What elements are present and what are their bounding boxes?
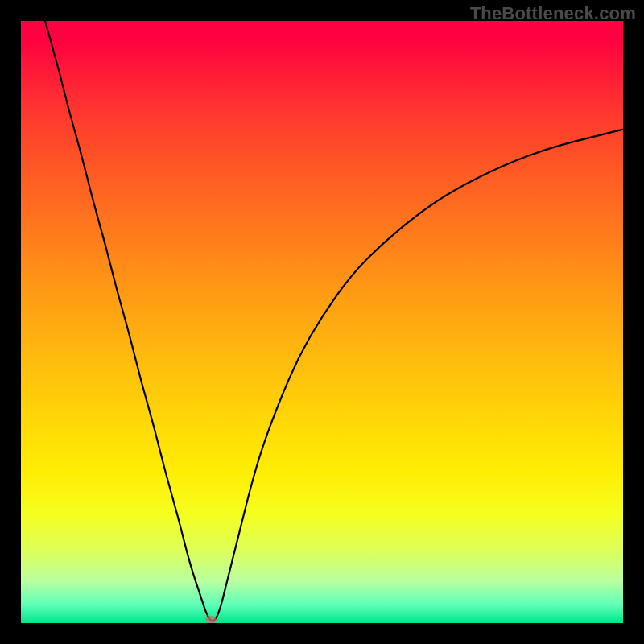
chart-frame: TheBottleneck.com — [0, 0, 644, 644]
bottleneck-curve — [21, 21, 623, 623]
optimum-marker — [205, 616, 217, 623]
watermark-text: TheBottleneck.com — [470, 3, 636, 24]
curve-path — [45, 21, 623, 621]
plot-area — [21, 21, 623, 623]
